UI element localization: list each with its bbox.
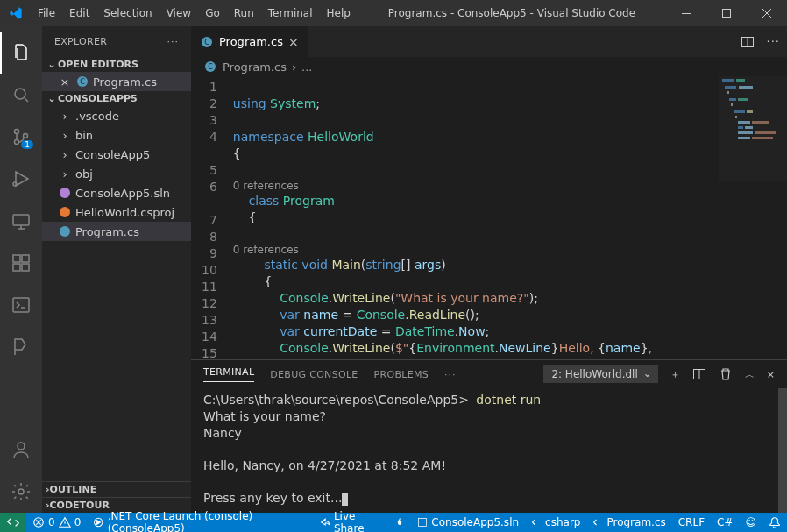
minimap[interactable]: [719, 76, 787, 181]
codelens-references[interactable]: 0 references: [233, 179, 787, 193]
status-problems[interactable]: 0 0: [26, 513, 87, 532]
status-notifications-icon[interactable]: [762, 516, 787, 528]
maximize-button[interactable]: [706, 0, 747, 26]
terminal-selector[interactable]: 2: HelloWorld.dll: [543, 365, 657, 383]
menu-view[interactable]: View: [160, 7, 198, 19]
svg-rect-7: [13, 215, 29, 225]
close-button[interactable]: [747, 0, 787, 26]
breadcrumb[interactable]: C Program.cs › ...: [191, 57, 787, 76]
activity-settings[interactable]: [0, 471, 42, 513]
svg-rect-9: [13, 264, 20, 271]
project-header[interactable]: ⌄ CONSOLEAPP5: [42, 91, 191, 106]
svg-rect-11: [22, 255, 29, 262]
line-gutter: 1234 56 789101112131415: [191, 76, 233, 359]
editor-actions: ···: [741, 35, 787, 49]
menu-run[interactable]: Run: [227, 7, 261, 19]
terminal-scrollbar[interactable]: [778, 388, 787, 513]
status-eol[interactable]: CRLF: [672, 516, 711, 528]
svg-point-5: [24, 134, 28, 138]
close-icon[interactable]: ×: [58, 75, 72, 89]
activity-extensions[interactable]: [0, 242, 42, 284]
svg-point-13: [18, 443, 25, 450]
status-debug-config[interactable]: .NET Core Launch (console) (ConsoleApp5): [87, 513, 313, 532]
status-remote[interactable]: [0, 513, 26, 532]
chevron-right-icon: ›: [292, 60, 296, 74]
code-content[interactable]: using System; namespace HelloWorld { 0 r…: [233, 76, 787, 359]
tree-label: obj: [75, 167, 93, 181]
tree-folder[interactable]: ›.vscode: [42, 106, 191, 125]
minimize-button[interactable]: [666, 0, 706, 26]
svg-point-3: [15, 130, 19, 134]
split-terminal-icon[interactable]: [692, 367, 706, 381]
activity-terminal-icon[interactable]: [0, 284, 42, 326]
tree-file[interactable]: Program.cs: [42, 222, 191, 241]
explorer-sidebar: EXPLORER ··· ⌄ OPEN EDITORS × C Program.…: [42, 26, 191, 513]
status-live-share[interactable]: Live Share: [314, 513, 389, 532]
main-area: 1 EXPLORER ··· ⌄ OPEN: [0, 26, 787, 513]
panel-tab-debug-console[interactable]: DEBUG CONSOLE: [270, 369, 358, 380]
activity-remote-explorer[interactable]: [0, 200, 42, 242]
codetour-label: CODETOUR: [50, 500, 110, 511]
panel-close-icon[interactable]: ×: [767, 369, 775, 380]
outline-header[interactable]: ›OUTLINE: [42, 481, 191, 497]
chevron-right-icon: ›: [58, 167, 72, 181]
activity-explorer[interactable]: [0, 32, 42, 74]
activity-account[interactable]: [0, 429, 42, 471]
editor-body[interactable]: 1234 56 789101112131415 using System; na…: [191, 76, 787, 359]
csharp-file-icon: C: [75, 74, 89, 89]
menu-edit[interactable]: Edit: [62, 7, 96, 19]
tree-folder[interactable]: ›ConsoleApp5: [42, 145, 191, 164]
panel-tab-problems[interactable]: PROBLEMS: [374, 369, 429, 380]
status-csharp[interactable]: csharp: [525, 516, 586, 528]
explorer-more-icon[interactable]: ···: [167, 36, 180, 47]
open-editors-header[interactable]: ⌄ OPEN EDITORS: [42, 57, 191, 72]
status-language[interactable]: C#: [711, 516, 739, 528]
breadcrumb-ellipsis: ...: [301, 60, 312, 74]
svg-point-6: [13, 182, 17, 186]
svg-text:C: C: [204, 39, 209, 46]
panel-more-icon[interactable]: ···: [444, 369, 457, 380]
vscode-logo-icon: [0, 6, 31, 20]
new-terminal-icon[interactable]: ＋: [670, 368, 680, 381]
open-editor-item[interactable]: × C Program.cs: [42, 72, 191, 91]
scm-badge: 1: [21, 140, 33, 149]
split-editor-icon[interactable]: [741, 35, 755, 49]
panel-tab-terminal[interactable]: TERMINAL: [203, 366, 254, 382]
chevron-down-icon: ⌄: [46, 93, 58, 104]
menu-file[interactable]: File: [31, 7, 62, 19]
tree-label: HelloWorld.csproj: [75, 206, 174, 219]
menu-help[interactable]: Help: [320, 7, 358, 19]
chevron-right-icon: ›: [58, 110, 72, 123]
tree-folder[interactable]: ›bin: [42, 125, 191, 145]
title-bar: File Edit Selection View Go Run Terminal…: [0, 0, 787, 26]
panel-tab-bar: TERMINAL DEBUG CONSOLE PROBLEMS ··· 2: H…: [191, 360, 787, 388]
activity-source-control[interactable]: 1: [0, 116, 42, 158]
menu-go[interactable]: Go: [198, 7, 227, 19]
tab-bar: C Program.cs × ···: [191, 26, 787, 57]
activity-run-debug[interactable]: [0, 158, 42, 200]
codelens-references[interactable]: 0 references: [233, 243, 787, 257]
tab-close-icon[interactable]: ×: [288, 35, 299, 49]
menu-terminal[interactable]: Terminal: [261, 7, 320, 19]
panel-maximize-icon[interactable]: ︿: [745, 368, 755, 381]
menu-selection[interactable]: Selection: [96, 7, 159, 19]
svg-point-18: [60, 207, 70, 217]
tree-file[interactable]: HelloWorld.csproj: [42, 202, 191, 222]
status-feedback-icon[interactable]: ☺: [739, 516, 762, 528]
explorer-header: EXPLORER ···: [42, 26, 191, 57]
svg-rect-28: [419, 519, 427, 527]
status-active-file[interactable]: Program.cs: [586, 516, 671, 528]
kill-terminal-icon[interactable]: [719, 367, 733, 381]
chevron-down-icon: ⌄: [46, 59, 58, 70]
status-solution[interactable]: ConsoleApp5.sln: [411, 516, 525, 528]
activity-codetour-icon[interactable]: [0, 326, 42, 368]
tree-file[interactable]: ConsoleApp5.sln: [42, 183, 191, 202]
tree-folder[interactable]: ›obj: [42, 164, 191, 183]
activity-search[interactable]: [0, 74, 42, 116]
tab-label: Program.cs: [219, 35, 283, 48]
terminal-content[interactable]: C:\Users\thrak\source\repos\ConsoleApp5>…: [191, 388, 787, 513]
chevron-right-icon: ›: [58, 129, 72, 142]
status-flame[interactable]: [388, 516, 411, 528]
editor-tab[interactable]: C Program.cs ×: [191, 26, 308, 57]
editor-more-icon[interactable]: ···: [767, 35, 780, 49]
